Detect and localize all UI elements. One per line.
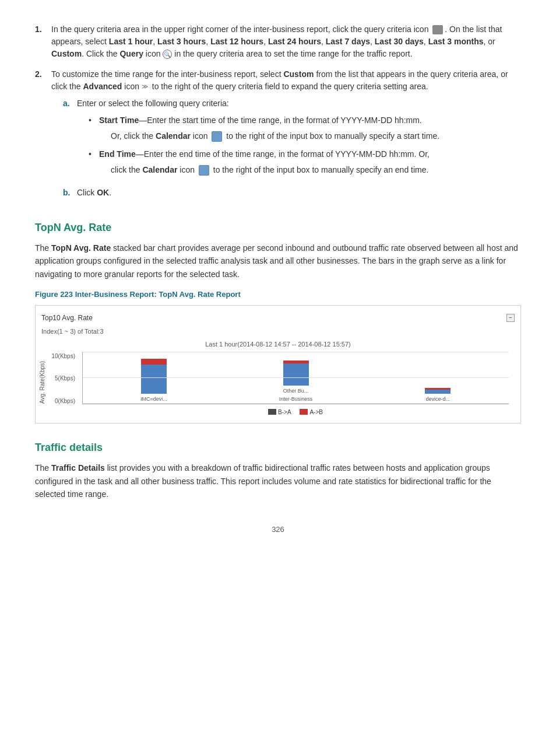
end-time-label: End Time: [99, 149, 136, 159]
traffic-heading: Traffic details: [35, 440, 521, 456]
step-1-text: In the query criteria area in the upper …: [51, 23, 521, 60]
criteria-icon: [432, 25, 443, 34]
traffic-para: The Traffic Details list provides you wi…: [35, 461, 521, 501]
bar-group-2[interactable]: Other Bu... Inter-Business: [225, 352, 367, 404]
alpha-a-text: Enter or select the following query crit…: [77, 99, 229, 108]
end-time-text: End Time—Enter the end time of the time …: [99, 148, 430, 160]
last-3-hours: Last 3 hours: [157, 37, 206, 46]
y-axis-title: Avg. Rate(Kbps): [38, 361, 47, 404]
bar-group-3[interactable]: device-d...: [367, 352, 509, 404]
traffic-bold: Traffic Details: [51, 463, 105, 473]
custom-option: Custom: [51, 49, 82, 58]
bar-stack-2: [283, 360, 309, 386]
start-time-sub-text: Or, click the Calendar icon to the right…: [111, 130, 439, 142]
bar-1-a: [141, 365, 167, 394]
chart-title-bar: Top10 Avg. Rate −: [36, 310, 520, 326]
step-2-text: To customize the time range for the inte…: [51, 68, 521, 93]
figure-caption: Figure 223 Inter-Business Report: TopN A…: [35, 289, 521, 300]
alpha-steps-list: Enter or select the following query crit…: [63, 97, 521, 199]
bar-group-1[interactable]: IMC=devi...: [83, 352, 225, 404]
minimize-button[interactable]: −: [506, 314, 515, 322]
calendar-label-2: Calendar: [142, 165, 177, 174]
start-time-content: Start Time—Enter the start time of the t…: [99, 114, 439, 142]
start-time-text: Start Time—Enter the start time of the t…: [99, 114, 439, 127]
x-axis-label-2: Inter-Business: [279, 396, 313, 404]
chart-title: Top10 Avg. Rate: [41, 313, 93, 323]
page-number: 326: [35, 524, 521, 536]
alpha-b-content: Click OK.: [77, 187, 111, 199]
bar-label-2: Other Bu...: [283, 387, 309, 396]
step-2: To customize the time range for the inte…: [35, 68, 521, 204]
last-12-hours: Last 12 hours: [210, 37, 263, 46]
topn-heading: TopN Avg. Rate: [35, 220, 521, 236]
alpha-a-content: Enter or select the following query crit…: [77, 97, 439, 182]
step-1: In the query criteria area in the upper …: [35, 23, 521, 60]
chart-bars: IMC=devi... Other Bu... Inter-Business: [82, 352, 509, 404]
chart-area: Last 1 hour(2014-08-12 14:57 -- 2014-08-…: [36, 337, 520, 421]
y-label-bottom: 0(Kbps): [55, 397, 75, 405]
legend-item-ba: B->A: [268, 408, 291, 416]
bar-2-a: [283, 363, 309, 386]
alpha-step-a: Enter or select the following query crit…: [63, 97, 521, 182]
alpha-step-b: Click OK.: [63, 187, 521, 199]
last-24-hours: Last 24 hours: [268, 37, 321, 46]
end-time-item: End Time—Enter the end time of the time …: [89, 148, 439, 176]
calendar-icon-2: [199, 165, 209, 176]
criteria-list: Start Time—Enter the start time of the t…: [89, 114, 439, 176]
main-steps-list: In the query criteria area in the upper …: [35, 23, 521, 204]
topn-para: The TopN Avg. Rate stacked bar chart pro…: [35, 242, 521, 281]
bar-3-a: [425, 390, 451, 394]
topn-bold: TopN Avg. Rate: [51, 243, 111, 253]
legend-swatch-ba: [268, 409, 276, 415]
y-label-top: 10(Kbps): [51, 352, 75, 360]
bar-label-3: device-d...: [425, 396, 450, 404]
bar-stack-1: [141, 359, 167, 394]
end-time-sub: click the Calendar icon to the right of …: [111, 164, 430, 176]
end-time-sub-text: click the Calendar icon to the right of …: [111, 164, 430, 176]
legend-item-ab: A->B: [300, 408, 323, 416]
last-30-days: Last 30 days: [375, 37, 424, 46]
legend-swatch-ab: [300, 409, 308, 415]
query-label: Query: [119, 49, 143, 58]
calendar-label-1: Calendar: [156, 131, 191, 141]
bar-label-1: IMC=devi...: [140, 396, 167, 404]
step-2-content: To customize the time range for the inte…: [51, 68, 521, 204]
start-time-item: Start Time—Enter the start time of the t…: [89, 114, 439, 142]
advanced-icon: ≫: [142, 83, 150, 90]
ok-label: OK: [97, 188, 109, 197]
step-1-content: In the query criteria area in the upper …: [51, 23, 521, 60]
alpha-b-text: Click OK.: [77, 188, 111, 197]
chart-legend: B->A A->B: [82, 408, 509, 418]
bar-stack-3: [425, 388, 451, 394]
chart-index: Index(1 ~ 3) of Total:3: [36, 326, 520, 338]
last-3-months: Last 3 months: [428, 37, 484, 46]
advanced-label: Advanced: [83, 82, 122, 91]
end-time-content: End Time—Enter the end time of the time …: [99, 148, 430, 176]
legend-label-ba: B->A: [278, 408, 291, 416]
start-time-sub: Or, click the Calendar icon to the right…: [111, 130, 439, 142]
legend-label-ab: A->B: [309, 408, 323, 416]
bar-1-b: [141, 359, 167, 365]
y-axis-labels: 10(Kbps) 5(Kbps) 0(Kbps): [43, 352, 78, 406]
start-time-label: Start Time: [99, 116, 139, 125]
topn-chart: Top10 Avg. Rate − Index(1 ~ 3) of Total:…: [35, 305, 521, 424]
y-label-mid: 5(Kbps): [55, 374, 75, 383]
chart-time-label: Last 1 hour(2014-08-12 14:57 -- 2014-08-…: [41, 340, 515, 349]
calendar-icon-1: [212, 131, 222, 142]
last-7-days: Last 7 days: [326, 37, 370, 46]
query-icon: 🔍: [163, 50, 172, 59]
last-1-hour: Last 1 hour: [109, 37, 153, 46]
custom-label: Custom: [283, 69, 314, 79]
